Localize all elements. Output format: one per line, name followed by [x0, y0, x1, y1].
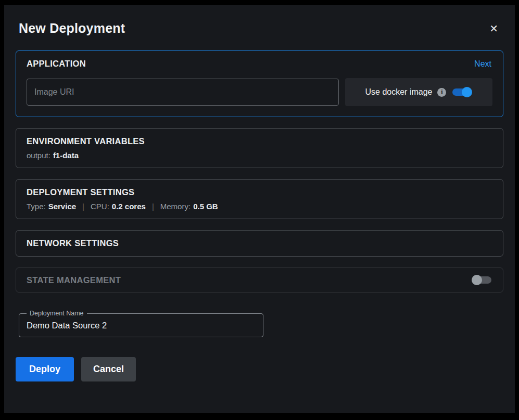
section-application: APPLICATION Next Use docker image i [16, 50, 503, 117]
section-state-management: STATE MANAGEMENT [16, 268, 503, 292]
environment-variables-header: ENVIRONMENT VARIABLES [27, 136, 492, 146]
output-value: f1-data [53, 151, 79, 160]
deployment-settings-header: DEPLOYMENT SETTINGS [27, 187, 492, 197]
memory-label: Memory: [160, 202, 191, 211]
divider: | [152, 202, 154, 211]
environment-variables-summary: output:f1-data [27, 151, 492, 160]
deployment-settings-summary: Type:Service|CPU:0.2 cores|Memory:0.5 GB [27, 202, 492, 211]
cpu-value: 0.2 cores [112, 202, 146, 211]
toggle-thumb [462, 87, 472, 97]
docker-image-panel: Use docker image i [345, 78, 492, 106]
modal-header: New Deployment ✕ [16, 17, 503, 36]
section-environment-variables[interactable]: ENVIRONMENT VARIABLES output:f1-data [16, 128, 503, 168]
state-management-row: STATE MANAGEMENT [27, 274, 492, 286]
deployment-name-fieldset: Deployment Name [19, 310, 263, 337]
toggle-thumb [472, 275, 482, 285]
network-settings-header: NETWORK SETTINGS [27, 238, 492, 248]
page-title: New Deployment [19, 21, 125, 36]
application-body: Use docker image i [27, 78, 492, 106]
application-header: APPLICATION [27, 59, 86, 69]
action-buttons: Deploy Cancel [16, 357, 503, 381]
state-management-header: STATE MANAGEMENT [27, 275, 121, 285]
new-deployment-modal: New Deployment ✕ APPLICATION Next Use do… [4, 5, 515, 413]
application-header-row: APPLICATION Next [27, 59, 492, 69]
type-label: Type: [27, 202, 46, 211]
image-uri-input[interactable] [27, 79, 339, 106]
info-icon[interactable]: i [437, 88, 446, 97]
type-value: Service [48, 202, 76, 211]
docker-image-label: Use docker image [365, 87, 433, 97]
next-link[interactable]: Next [474, 59, 492, 69]
close-icon[interactable]: ✕ [486, 22, 501, 35]
deployment-name-input[interactable] [26, 318, 257, 332]
deployment-name-label: Deployment Name [27, 310, 87, 317]
deploy-button[interactable]: Deploy [16, 357, 74, 381]
memory-value: 0.5 GB [193, 202, 218, 211]
cpu-label: CPU: [91, 202, 109, 211]
state-management-toggle[interactable] [472, 274, 492, 286]
section-deployment-settings[interactable]: DEPLOYMENT SETTINGS Type:Service|CPU:0.2… [16, 179, 503, 219]
output-label: output: [27, 151, 50, 160]
section-network-settings[interactable]: NETWORK SETTINGS [16, 230, 503, 257]
docker-image-toggle[interactable] [451, 86, 472, 98]
cancel-button[interactable]: Cancel [81, 357, 136, 381]
divider: | [82, 202, 84, 211]
